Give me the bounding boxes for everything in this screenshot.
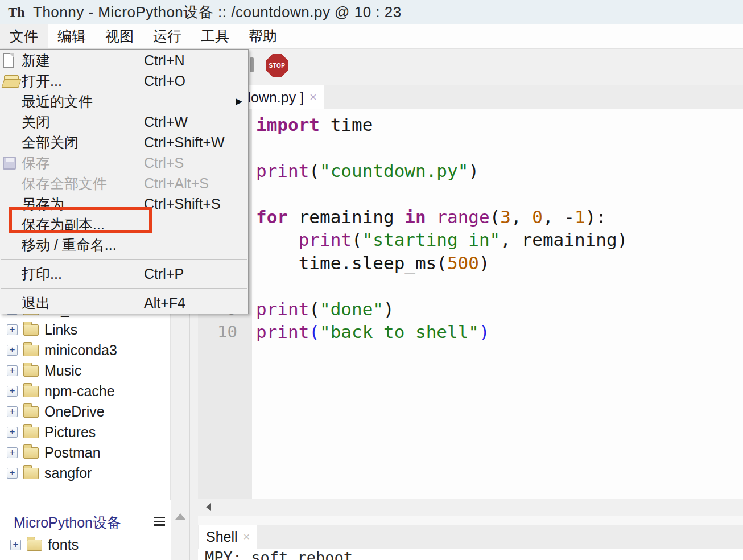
code-token: ( — [490, 207, 501, 227]
code-token: print — [256, 299, 309, 319]
file-menu-dropdown: 新建Ctrl+N打开...Ctrl+O最近的文件▶关闭Ctrl+W全部关闭Ctr… — [0, 49, 249, 314]
folder-icon — [23, 345, 39, 356]
expand-plus-icon[interactable]: + — [7, 468, 18, 479]
menu-item-shortcut: Ctrl+Shift+W — [144, 134, 225, 151]
micropython-device-panel: MicroPython设备 +fonts — [3, 508, 171, 560]
tree-item-label: Music — [44, 363, 81, 379]
menu-item-shortcut: Ctrl+W — [144, 114, 188, 130]
clipped-toolbar-icon[interactable] — [250, 57, 254, 72]
tree-item-sangfor[interactable]: +sangfor — [0, 463, 170, 484]
expand-plus-icon[interactable]: + — [7, 365, 18, 376]
expand-plus-icon[interactable]: + — [7, 345, 18, 356]
code-token: remaining — [288, 207, 404, 227]
code-token: 500 — [447, 253, 479, 273]
menu-item-[interactable]: 新建Ctrl+N — [0, 50, 248, 71]
shell-tab-close-icon[interactable]: × — [243, 530, 250, 543]
hamburger-menu-icon[interactable] — [154, 517, 165, 526]
expand-plus-icon[interactable]: + — [10, 540, 21, 550]
thonny-window: Th Thonny - MicroPython设备 :: /countdown.… — [0, 0, 743, 560]
menu-item-[interactable]: 打开...Ctrl+O — [0, 71, 248, 91]
expand-plus-icon[interactable]: + — [7, 386, 18, 397]
panel-sash[interactable] — [189, 312, 190, 560]
tree-item-OneDrive[interactable]: +OneDrive — [0, 402, 170, 422]
menu-item-shortcut: Ctrl+S — [144, 155, 184, 171]
menubar-item-文件[interactable]: 文件 — [0, 24, 48, 48]
code-token: ) — [468, 160, 479, 181]
code-token: range — [436, 207, 489, 227]
expand-plus-icon[interactable]: + — [7, 447, 18, 458]
menu-item-label: 打印... — [22, 265, 62, 283]
menu-item-[interactable]: 最近的文件▶ — [0, 91, 248, 112]
tree-item-label: fonts — [48, 537, 79, 553]
menu-bar: 文件编辑视图运行工具帮助 — [0, 24, 743, 49]
tree-item-label: npm-cache — [44, 383, 115, 400]
menu-item-[interactable]: 全部关闭Ctrl+Shift+W — [0, 132, 248, 153]
folder-icon — [23, 324, 39, 336]
menu-item-[interactable]: 退出Alt+F4 — [0, 293, 248, 313]
folder-icon — [27, 540, 42, 551]
code-token: "countdown.py" — [320, 160, 468, 181]
code-token: 1 — [575, 207, 585, 227]
menu-item-label: 最近的文件 — [22, 92, 93, 111]
stop-button[interactable]: STOP — [266, 54, 288, 77]
expand-plus-icon[interactable]: + — [7, 427, 18, 438]
tree-item-Postman[interactable]: +Postman — [0, 443, 170, 463]
menubar-item-运行[interactable]: 运行 — [143, 24, 191, 48]
code-line: print("done") — [256, 298, 394, 320]
scroll-left-icon[interactable] — [206, 503, 211, 511]
menu-item-[interactable]: 关闭Ctrl+W — [0, 112, 248, 132]
code-token: , — [511, 207, 532, 227]
tree-item-Pictures[interactable]: +Pictures — [0, 422, 170, 443]
expand-plus-icon[interactable]: + — [7, 406, 18, 417]
menubar-item-编辑[interactable]: 编辑 — [48, 24, 96, 48]
tree-item-Links[interactable]: +Links — [0, 320, 170, 340]
tree-item-label: Pictures — [44, 424, 96, 440]
menu-item-shortcut: Alt+F4 — [144, 295, 185, 311]
code-editor[interactable]: 12345678910 import timeprint("countdown.… — [198, 109, 743, 499]
code-token: ( — [352, 229, 362, 250]
code-token: ) — [383, 299, 394, 319]
tree-item-npm-cache[interactable]: +npm-cache — [0, 381, 170, 402]
folder-icon — [23, 447, 39, 459]
code-token: ( — [309, 299, 320, 319]
menubar-item-帮助[interactable]: 帮助 — [239, 24, 287, 48]
menu-item-[interactable]: 打印...Ctrl+P — [0, 263, 248, 284]
save-icon — [3, 157, 16, 170]
shell-tab[interactable]: Shell × — [199, 525, 257, 549]
tree-item-label: Links — [44, 322, 77, 338]
tree-item-label: sangfor — [44, 465, 92, 481]
folder-icon — [23, 427, 39, 438]
submenu-arrow-icon: ▶ — [236, 96, 242, 106]
menu-open-folder-icon — [3, 73, 20, 86]
expand-plus-icon[interactable]: + — [7, 324, 18, 335]
code-token: time — [320, 114, 373, 135]
code-token: ( — [309, 322, 320, 342]
new-file-icon — [3, 53, 14, 68]
tree-item-label: OneDrive — [44, 403, 105, 420]
menu-item-[interactable]: 移动 / 重命名... — [0, 234, 248, 255]
menu-item-shortcut: Ctrl+Alt+S — [144, 175, 209, 192]
horizontal-scrollbar[interactable] — [198, 499, 743, 516]
tree-item-Music[interactable]: +Music — [0, 361, 170, 381]
menu-save-icon — [3, 155, 16, 168]
device-item-fonts[interactable]: +fonts — [3, 535, 173, 555]
code-line: print("back to shell") — [256, 320, 490, 343]
menu-item-label: 关闭 — [22, 113, 50, 131]
menubar-item-工具[interactable]: 工具 — [191, 24, 239, 48]
open-folder-icon — [3, 75, 20, 88]
code-token: print — [256, 160, 309, 181]
shell-output[interactable]: MPY: soft reboot — [198, 549, 743, 560]
code-token: print — [256, 322, 309, 342]
tab-close-icon[interactable]: × — [309, 90, 317, 105]
code-token: "back to shell" — [320, 322, 479, 342]
menubar-item-视图[interactable]: 视图 — [96, 24, 143, 48]
device-panel-title: MicroPython设备 — [14, 513, 121, 532]
scroll-up-icon[interactable] — [175, 513, 185, 520]
device-panel-header: MicroPython设备 — [3, 508, 171, 535]
shell-tab-label: Shell — [206, 529, 238, 545]
code-token: 3 — [500, 207, 511, 227]
folder-icon — [23, 365, 39, 377]
window-title: Thonny - MicroPython设备 :: /countdown.py … — [33, 2, 402, 22]
tree-item-miniconda3[interactable]: +miniconda3 — [0, 340, 170, 361]
code-line: print("starting in", remaining) — [256, 228, 628, 251]
